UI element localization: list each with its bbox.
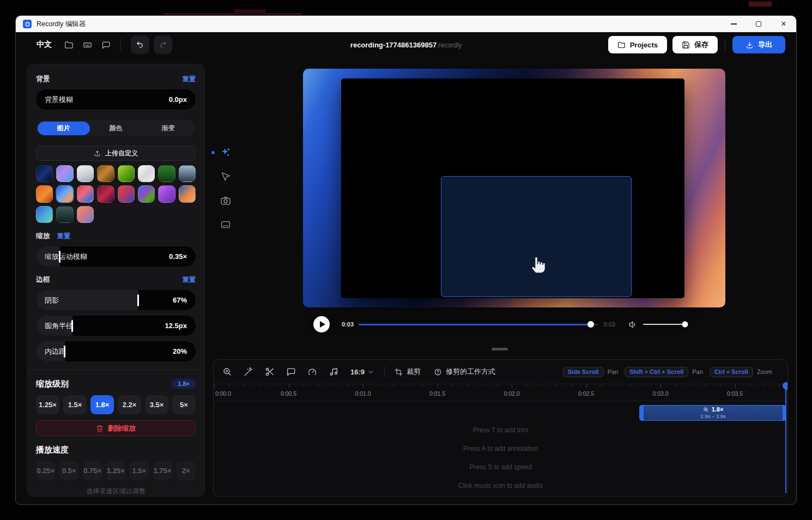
background-reset-link[interactable]: 重置 xyxy=(183,75,196,84)
background-thumbnail-3[interactable] xyxy=(77,165,94,182)
document-filename: recording-1774861369857 xyxy=(350,41,437,49)
annotation-icon[interactable] xyxy=(286,367,296,377)
zoom-level-option[interactable]: 1.8× xyxy=(90,395,114,414)
folder-icon[interactable] xyxy=(59,35,78,54)
zoom-selection-region[interactable] xyxy=(441,176,632,297)
timeline-ruler[interactable]: 0:00.00:00.50:01.00:01.50:02.00:02.50:03… xyxy=(214,384,787,401)
background-tab-1[interactable]: 图片 xyxy=(38,122,90,135)
seek-bar[interactable] xyxy=(359,324,598,325)
background-thumbnail-17[interactable] xyxy=(36,206,53,223)
volume-slider[interactable] xyxy=(643,324,685,325)
border-slider-1-handle[interactable] xyxy=(137,294,139,306)
upload-custom-button[interactable]: 上传自定义 xyxy=(36,146,196,161)
timeline-zoom-icon[interactable] xyxy=(222,367,232,377)
background-thumbnail-4[interactable] xyxy=(97,165,114,182)
zoom-level-option[interactable]: 1.5× xyxy=(63,395,87,414)
zoom-reset-link[interactable]: 重置 xyxy=(57,232,70,241)
zoom-level-option[interactable]: 1.25× xyxy=(36,395,59,414)
background-thumbnail-5[interactable] xyxy=(118,165,135,182)
captions-tool[interactable] xyxy=(218,217,233,232)
save-button[interactable]: 保存 xyxy=(672,36,718,53)
desktop-artifact xyxy=(749,2,772,7)
export-button[interactable]: 导出 xyxy=(732,36,785,53)
trim-help-button[interactable]: 修剪的工作方式 xyxy=(434,367,495,377)
total-time: 0:03 xyxy=(604,321,615,328)
background-thumbnail-9[interactable] xyxy=(36,185,53,202)
background-thumbnail-16[interactable] xyxy=(179,185,196,202)
background-thumbnail-13[interactable] xyxy=(118,185,135,202)
background-thumbnail-19[interactable] xyxy=(77,206,94,223)
background-thumbnail-6[interactable] xyxy=(138,165,155,182)
background-blur-slider[interactable]: 背景模糊0.0px xyxy=(36,89,196,110)
speed-option[interactable]: 2× xyxy=(176,461,196,480)
timeline-resize-handle[interactable] xyxy=(492,348,508,350)
ruler-tick xyxy=(601,384,602,386)
background-thumbnail-8[interactable] xyxy=(179,165,196,182)
play-button[interactable] xyxy=(313,316,330,332)
volume-handle[interactable] xyxy=(682,322,688,328)
projects-button[interactable]: Projects xyxy=(608,36,667,53)
camera-tool[interactable] xyxy=(218,193,233,208)
export-button-label: 导出 xyxy=(758,40,772,50)
border-slider-3[interactable]: 内边距20% xyxy=(36,341,196,361)
feedback-icon[interactable] xyxy=(96,35,115,54)
delete-zoom-button[interactable]: 删除缩放 xyxy=(36,420,196,436)
speed-icon[interactable] xyxy=(307,367,317,377)
background-thumbnail-14[interactable] xyxy=(138,185,155,202)
background-thumbnail-10[interactable] xyxy=(56,185,73,202)
border-slider-1[interactable]: 阴影67% xyxy=(36,290,196,310)
keyboard-icon[interactable] xyxy=(78,35,96,54)
playback-controls: 0:03 0:03 xyxy=(308,314,690,335)
ruler-tick xyxy=(571,384,572,386)
shortcut-action: Zoom xyxy=(757,368,772,375)
volume-icon[interactable] xyxy=(628,320,638,329)
speed-option[interactable]: 0.5× xyxy=(59,461,79,480)
speed-option[interactable]: 1.25× xyxy=(106,461,126,480)
shortcut-keys: Side Scroll xyxy=(563,367,604,377)
border-reset-link[interactable]: 重置 xyxy=(183,275,196,285)
crop-button[interactable]: 裁剪 xyxy=(395,367,421,377)
seek-handle[interactable] xyxy=(587,321,594,328)
background-thumbnail-7[interactable] xyxy=(158,165,175,182)
background-thumbnail-15[interactable] xyxy=(158,185,175,202)
background-thumbnail-18[interactable] xyxy=(56,206,73,223)
ruler-tick xyxy=(304,384,304,386)
speed-option[interactable]: 1.75× xyxy=(153,461,172,480)
speed-option[interactable]: 0.75× xyxy=(83,461,102,480)
minimize-button[interactable] xyxy=(721,16,746,32)
effects-tool[interactable] xyxy=(218,145,233,160)
language-button[interactable]: 中文 xyxy=(37,40,52,50)
zoom-level-option[interactable]: 2.2× xyxy=(118,395,141,414)
background-tab-3[interactable]: 渐变 xyxy=(142,122,195,135)
close-button[interactable]: × xyxy=(771,16,796,32)
border-slider-2[interactable]: 圆角半径12.5px xyxy=(36,316,196,336)
cursor-tool[interactable] xyxy=(218,169,233,184)
background-thumbnail-1[interactable] xyxy=(36,165,53,182)
subtitle-card-icon xyxy=(220,219,231,230)
cut-icon[interactable] xyxy=(265,367,275,377)
video-preview[interactable] xyxy=(303,69,725,307)
background-thumbnail-12[interactable] xyxy=(97,185,114,202)
zoom-segment[interactable]: 1.8× 2.9s – 3.9s xyxy=(639,405,786,421)
music-icon[interactable] xyxy=(329,367,338,377)
zoom-level-option[interactable]: 5× xyxy=(172,395,196,414)
background-tab-2[interactable]: 颜色 xyxy=(90,122,142,135)
ruler-tick xyxy=(690,384,691,386)
magic-wand-icon[interactable] xyxy=(244,367,253,377)
ruler-tick xyxy=(363,384,363,388)
zoom-level-option[interactable]: 3.5× xyxy=(145,395,168,414)
shortcut-action: Pan xyxy=(608,368,619,375)
aspect-ratio-dropdown[interactable]: 16:9 xyxy=(350,368,374,376)
zoom-motion-blur-slider[interactable]: 缩放运动模糊0.35× xyxy=(36,246,196,267)
background-thumbnail-11[interactable] xyxy=(77,185,94,202)
redo-button[interactable] xyxy=(154,35,172,54)
background-thumbnail-2[interactable] xyxy=(56,165,73,182)
speed-option[interactable]: 0.25× xyxy=(36,461,56,480)
zoom-level-options: 1.25×1.5×1.8×2.2×3.5×5× xyxy=(36,395,196,414)
chevron-down-icon xyxy=(367,368,374,376)
maximize-button[interactable] xyxy=(746,16,771,32)
undo-button[interactable] xyxy=(131,35,149,54)
speed-option[interactable]: 1.5× xyxy=(129,461,149,480)
border-slider-3-label: 内边距 xyxy=(45,347,66,356)
timeline-track[interactable]: 1.8× 2.9s – 3.9s Press T to add trimPres… xyxy=(214,401,787,496)
